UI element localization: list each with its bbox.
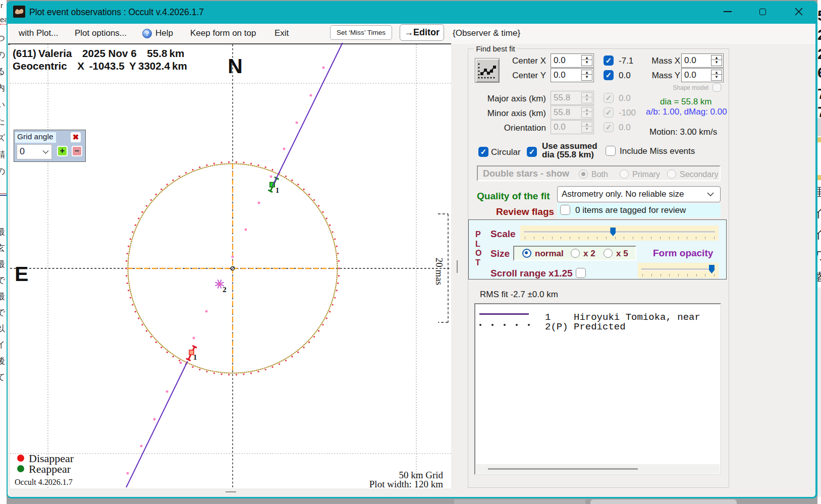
svg-text:(611) Valeria 2025 Nov 6 55.8: (611) Valeria 2025 Nov 6 55.8 km [13,47,184,59]
svg-text:1: 1 [193,353,197,361]
svg-text:2: 2 [223,285,227,294]
svg-text:Geocentric X -1043.5 Y 3302.: Geocentric X -1043.5 Y 3302.4 km [13,60,187,72]
svg-text:Occult 4.2026.1.7: Occult 4.2026.1.7 [15,478,73,486]
svg-text:Reappear: Reappear [29,463,71,475]
svg-text:N: N [228,54,243,78]
svg-text:E: E [15,262,28,286]
svg-text:Plot width: 120 km: Plot width: 120 km [369,479,443,489]
svg-text:20 mas: 20 mas [434,258,445,285]
svg-text:1: 1 [276,186,279,194]
